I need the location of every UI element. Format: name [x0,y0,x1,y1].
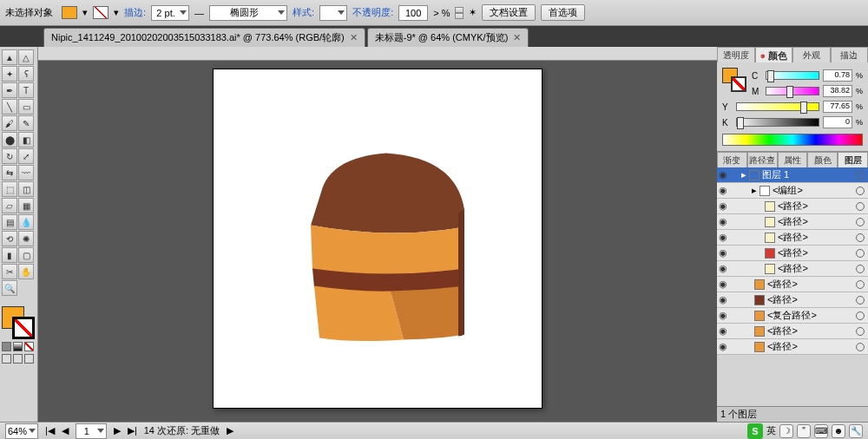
scale-tool[interactable]: ⤢ [18,148,34,164]
screen-full-icon[interactable] [13,354,23,364]
nav-next-icon[interactable]: ▶ [114,425,121,436]
selection-tool[interactable]: ▲ [2,49,17,65]
visibility-icon[interactable]: ◉ [717,278,729,290]
ime-lang[interactable]: 英 [766,424,776,437]
tab-gradient[interactable]: 渐变 [717,152,747,167]
pen-tool[interactable]: ✒ [2,82,17,98]
graph-tool[interactable]: ▮ [2,247,17,263]
opacity-stepper[interactable] [455,7,464,19]
visibility-icon[interactable]: ◉ [717,294,729,305]
target-icon[interactable] [856,249,865,258]
tab-color[interactable]: ● 颜色 [755,47,793,62]
layer-row[interactable]: ◉<路径> [717,199,868,214]
zoom-tool[interactable]: 🔍 [2,280,17,296]
pencil-tool[interactable]: ✎ [18,115,34,131]
visibility-icon[interactable]: ◉ [717,341,729,352]
layer-row[interactable]: ◉<路径> [717,261,868,277]
doc-tab-0[interactable]: Nipic_1411249_20100202003515033183.ai* @… [43,28,365,47]
layer-row[interactable]: ◉▸图层 1 [717,167,868,183]
close-icon[interactable]: ✕ [350,32,358,43]
color-slider-C[interactable]: C0.78% [752,68,863,83]
layer-row[interactable]: ◉<路径> [717,324,868,339]
warp-tool[interactable]: 〰 [18,165,34,180]
paintbrush-tool[interactable]: 🖌 [2,115,17,131]
target-icon[interactable] [856,343,865,351]
nav-last-icon[interactable]: ▶| [128,425,137,436]
close-icon[interactable]: ✕ [513,32,521,43]
visibility-icon[interactable]: ◉ [717,310,729,321]
dash-icon[interactable]: — [194,8,204,18]
tab-swatches[interactable]: 颜色 [807,152,838,167]
artboard-tool[interactable]: ▢ [18,247,34,263]
width-tool[interactable]: ⇆ [2,165,17,180]
blend-tool[interactable]: ⟲ [2,231,17,246]
panel-fill-stroke[interactable] [722,68,746,92]
mesh-tool[interactable]: ▦ [18,198,34,213]
visibility-icon[interactable]: ◉ [717,232,729,243]
layer-row[interactable]: ◉▸<编组> [717,183,868,199]
target-icon[interactable] [856,202,865,211]
expand-icon[interactable]: ▸ [741,169,746,180]
visibility-icon[interactable]: ◉ [717,169,729,180]
symbol-sprayer-tool[interactable]: ✺ [18,231,34,246]
target-icon[interactable] [856,187,865,195]
eyedropper-tool[interactable]: 💧 [18,214,34,230]
lasso-tool[interactable]: ʕ [18,66,34,82]
opacity-input[interactable] [398,5,428,21]
fill-caret[interactable]: ▾ [82,7,88,18]
sogou-ime-icon[interactable]: S [747,423,763,439]
layer-row[interactable]: ◉<路径> [717,277,868,292]
layer-row[interactable]: ◉<路径> [717,246,868,261]
visibility-icon[interactable]: ◉ [717,200,729,212]
artboard-nav-input[interactable] [76,423,107,439]
stroke-swatch[interactable] [93,6,108,19]
tab-layers[interactable]: 图层 [838,152,868,167]
fill-swatch[interactable] [62,6,77,19]
visibility-icon[interactable]: ◉ [717,263,729,274]
stroke-caret[interactable]: ▾ [114,7,119,18]
target-icon[interactable] [856,327,865,336]
shape-builder-tool[interactable]: ◫ [18,181,34,197]
blob-brush-tool[interactable]: ⬤ [2,132,17,147]
stroke-weight-input[interactable] [151,5,189,21]
target-icon[interactable] [856,296,865,305]
ime-settings-icon[interactable]: 🔧 [849,424,863,438]
layer-row[interactable]: ◉<路径> [717,292,868,308]
type-tool[interactable]: T [18,82,34,98]
tab-appearance[interactable]: 外观 [792,47,831,62]
target-icon[interactable] [856,311,865,320]
direct-select-tool[interactable]: △ [18,49,34,65]
perspective-tool[interactable]: ▱ [2,198,17,213]
color-slider-K[interactable]: K0% [722,115,863,130]
ime-moon-icon[interactable]: ☽ [779,424,793,438]
visibility-icon[interactable]: ◉ [717,325,729,337]
doc-tab-1[interactable]: 未标题-9* @ 64% (CMYK/预览)✕ [367,28,529,47]
hand-tool[interactable]: ✋ [18,264,34,279]
color-spectrum[interactable] [722,134,863,146]
none-mode-icon[interactable] [24,342,34,351]
target-icon[interactable] [856,171,865,180]
zoom-combo[interactable]: 64% [5,423,38,439]
target-icon[interactable] [856,233,865,242]
color-slider-Y[interactable]: Y77.65% [722,99,863,115]
line-tool[interactable]: ╲ [2,99,17,115]
gradient-mode-icon[interactable] [13,342,23,351]
magic-wand-tool[interactable]: ✦ [2,66,17,82]
gradient-tool[interactable]: ▤ [2,214,17,230]
tab-pathfinder[interactable]: 路径查 [747,152,778,167]
layer-row[interactable]: ◉<路径> [717,230,868,246]
fill-stroke-control[interactable] [2,306,35,339]
color-slider-M[interactable]: M38.82% [752,83,863,99]
eraser-tool[interactable]: ◧ [18,132,34,147]
visibility-icon[interactable]: ◉ [717,216,729,227]
visibility-icon[interactable]: ◉ [717,247,729,259]
status-play-icon[interactable]: ▶ [227,425,233,436]
ime-punct-icon[interactable]: " [797,424,811,438]
ime-keyboard-icon[interactable]: ⌨ [814,424,828,438]
canvas[interactable] [38,47,717,422]
layer-row[interactable]: ◉<路径> [717,339,868,355]
target-icon[interactable] [856,265,865,273]
doc-setup-button[interactable]: 文档设置 [482,4,536,21]
style-combo[interactable] [319,5,347,21]
visibility-icon[interactable]: ◉ [717,185,729,196]
